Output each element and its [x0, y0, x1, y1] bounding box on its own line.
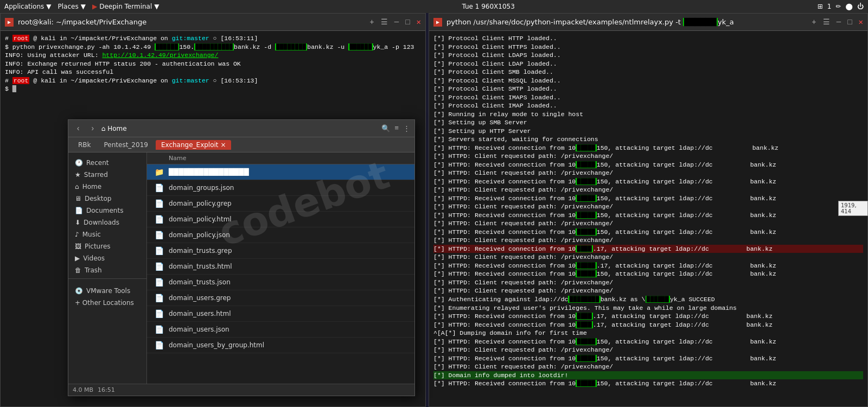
terminal-right-titlebar: ▶ python /usr/share/doc/python-impacket/… [429, 14, 867, 31]
rline-15: [*] HTTPD: Client requested path: /prive… [433, 152, 863, 161]
datetime-label: Tue 1 960X1053 [462, 3, 514, 10]
terminal-right-close-btn[interactable]: ✕ [859, 17, 863, 27]
terminal-left-titlebar: ▶ root@kali: ~/impacket/PrivExchange + ☰… [1, 14, 425, 31]
fm-sidebar-other[interactable]: + Other Locations [68, 297, 146, 309]
fm-starred-label: Starred [84, 171, 108, 179]
fm-tab-2[interactable]: Exchange_Exploit × [156, 140, 232, 150]
html-icon-7: 📄 [154, 340, 164, 351]
terminal-maximize-btn[interactable]: □ [405, 18, 410, 27]
fm-status-size: 4.0 MB [73, 386, 93, 393]
fm-sidebar-music[interactable]: ♪ Music [68, 228, 146, 240]
fm-videos-label: Videos [83, 255, 105, 262]
fm-vmware-label: VMware Tools [86, 287, 130, 295]
fm-statusbar: 4.0 MB 16:51 [68, 384, 414, 396]
list-item[interactable]: 📄 domain_trusts.grep [147, 243, 414, 259]
fm-address-bar: ⌂ Home [101, 125, 378, 132]
fm-sidebar-starred[interactable]: ★ Starred [68, 169, 146, 181]
rline-37: [*] HTTPD: Received connection from 10██… [433, 338, 863, 346]
rline-32: [*] Authenticating against ldap://dc████… [433, 295, 863, 304]
terminal-taskbar-item[interactable]: ▶ Deepin Terminal ▼ [92, 3, 159, 10]
rline-36: ^[A[*] Dumping domain info for first tim… [433, 329, 863, 338]
list-item[interactable]: 📄 domain_policy.grep [147, 196, 414, 212]
fm-back-btn[interactable]: ‹ [73, 123, 84, 134]
rline-4: [*] Protocol Client LDAP loaded.. [433, 60, 863, 68]
fm-filename-4: domain_trusts.grep [169, 247, 310, 255]
rline-3: [*] Protocol Client LDAPS loaded.. [433, 51, 863, 60]
terminal-right-title-text: python /usr/share/doc/python-impacket/ex… [446, 18, 683, 26]
rline-34: [*] HTTPD: Received connection from 10██… [433, 312, 863, 321]
places-chevron: ▼ [81, 3, 86, 10]
terminal-left-controls: + ☰ ─ □ ✕ [369, 17, 421, 27]
fm-col-name: Name [169, 155, 310, 162]
rline-13: [*] Servers started, waiting for connect… [433, 135, 863, 144]
fm-downloads-label: Downloads [84, 219, 119, 226]
terminal-info-3: INFO: API call was successful [5, 68, 421, 77]
terminal-left-icon: ▶ [5, 18, 14, 27]
fm-sidebar-vmware[interactable]: 💿 VMware Tools [68, 285, 146, 297]
fm-home-label: Home [82, 183, 101, 190]
fm-home-icon: ⌂ [75, 183, 79, 190]
terminal-minimize-btn[interactable]: ─ [394, 18, 399, 27]
html-icon-1: 📄 [154, 214, 164, 225]
fm-music-icon: ♪ [75, 231, 79, 238]
list-item[interactable]: 📄 domain_users.json [147, 322, 414, 338]
terminal-right-add-tab[interactable]: + [812, 18, 816, 27]
terminal-right-body[interactable]: [*] Protocol Client HTTP loaded.. [*] Pr… [429, 31, 867, 406]
fm-music-label: Music [82, 231, 101, 238]
fm-sidebar-documents[interactable]: 📄 Documents [68, 205, 146, 217]
fm-more-icon[interactable]: ⋮ [403, 124, 410, 133]
fm-docs-icon: 📄 [75, 207, 83, 214]
fm-sidebar-desktop[interactable]: 🖥 Desktop [68, 193, 146, 205]
list-item[interactable]: 📄 domain_users.html [147, 306, 414, 322]
fm-filename-9: domain_users.json [169, 326, 310, 333]
fm-tab-1[interactable]: Pentest_2019 [99, 140, 154, 150]
terminal-taskbar-label: Deepin Terminal [99, 3, 152, 10]
fm-home-btn[interactable]: ⌂ Home [101, 125, 127, 132]
rline-11: [*] Setting up SMB Server [433, 118, 863, 127]
list-item[interactable]: 📄 domain_trusts.html [147, 259, 414, 275]
rline-9: [*] Protocol Client IMAP loaded.. [433, 101, 863, 110]
terminal-right: ▶ python /usr/share/doc/python-impacket/… [429, 13, 868, 407]
list-item[interactable]: 📄 domain_users_by_group.html [147, 338, 414, 353]
terminal-left-title: root@kali: ~/impacket/PrivExchange [18, 18, 365, 26]
json-icon: 📄 [154, 182, 164, 193]
rline-30: [*] HTTPD: Client requested path: /prive… [433, 278, 863, 287]
terminal-cmd-1: $ python privexchange.py -ah 10.1.42.49 … [5, 43, 421, 52]
terminal-right-menu-btn[interactable]: ☰ [823, 17, 830, 27]
applications-menu[interactable]: Applications ▼ [4, 3, 52, 10]
terminal-add-tab[interactable]: + [369, 18, 374, 27]
terminal-close-btn[interactable]: ✕ [417, 17, 421, 27]
rline-28: [*] HTTPD: Received connection from 10██… [433, 262, 863, 270]
list-item[interactable]: 📄 domain_users.grep [147, 290, 414, 306]
list-item[interactable]: 📄 domain_trusts.json [147, 275, 414, 290]
terminal-right-minimize-btn[interactable]: ─ [837, 18, 841, 27]
list-item[interactable]: 📄 domain_groups.json [147, 180, 414, 196]
fm-view-icon[interactable]: ≡ [394, 124, 399, 132]
fm-tab-0[interactable]: RBk [73, 140, 97, 150]
fm-sidebar-home[interactable]: ⌂ Home [68, 181, 146, 193]
fm-filename-7: domain_users.grep [169, 294, 310, 302]
applications-chevron: ▼ [46, 3, 51, 10]
terminal-taskbar-icon: ▶ [92, 3, 97, 10]
terminal-right-maximize-btn[interactable]: □ [847, 18, 852, 27]
fm-file-row-selected[interactable]: 📁 ████████████████ [147, 164, 414, 180]
list-item[interactable]: 📄 domain_policy.html [147, 212, 414, 227]
fm-sidebar-videos[interactable]: ▶ Videos [68, 252, 146, 264]
fm-search-icon[interactable]: 🔍 [381, 124, 390, 133]
rline-29: [*] HTTPD: Received connection from 10██… [433, 270, 863, 278]
list-item[interactable]: 📄 domain_policy.json [147, 227, 414, 243]
places-menu[interactable]: Places ▼ [58, 3, 86, 10]
terminal-menu-btn[interactable]: ☰ [381, 17, 388, 27]
fm-trash-label: Trash [85, 266, 102, 274]
fm-sidebar-pictures[interactable]: 🖼 Pictures [68, 240, 146, 252]
fm-forward-btn[interactable]: › [87, 123, 98, 134]
rline-18: [*] HTTPD: Received connection from 10██… [433, 177, 863, 186]
fm-sidebar-recent[interactable]: 🕐 Recent [68, 157, 146, 169]
fm-sidebar-downloads[interactable]: ⬇ Downloads [68, 217, 146, 228]
rline-23: [*] HTTPD: Client requested path: /prive… [433, 219, 863, 228]
rline-2: [*] Protocol Client HTTPS loaded.. [433, 43, 863, 52]
fm-sidebar-trash[interactable]: 🗑 Trash [68, 264, 146, 276]
places-label: Places [58, 3, 79, 10]
taskbar-icon-1: 1 [827, 3, 832, 10]
fm-filename-10: domain_users_by_group.html [169, 341, 310, 349]
